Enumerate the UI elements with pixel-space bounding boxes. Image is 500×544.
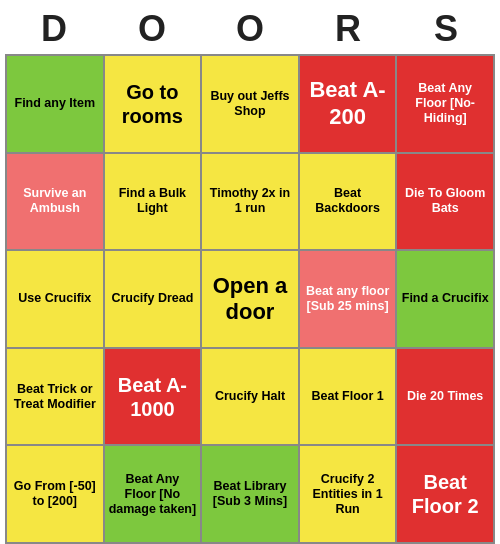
cell-24: Beat Floor 2 xyxy=(397,446,493,542)
cell-16: Beat A-1000 xyxy=(105,349,201,445)
cell-19: Die 20 Times xyxy=(397,349,493,445)
cell-13: Beat any floor [Sub 25 mins] xyxy=(300,251,396,347)
cell-text-20: Go From [-50] to [200] xyxy=(11,479,99,509)
cell-text-4: Beat Any Floor [No-Hiding] xyxy=(401,81,489,126)
cell-4: Beat Any Floor [No-Hiding] xyxy=(397,56,493,152)
cell-text-8: Beat Backdoors xyxy=(304,186,392,216)
cell-17: Crucify Halt xyxy=(202,349,298,445)
cell-2: Buy out Jeffs Shop xyxy=(202,56,298,152)
cell-14: Find a Crucifix xyxy=(397,251,493,347)
cell-1: Go to rooms xyxy=(105,56,201,152)
cell-text-14: Find a Crucifix xyxy=(402,291,489,306)
cell-23: Crucify 2 Entities in 1 Run xyxy=(300,446,396,542)
cell-10: Use Crucifix xyxy=(7,251,103,347)
cell-text-1: Go to rooms xyxy=(109,80,197,128)
cell-text-9: Die To Gloom Bats xyxy=(401,186,489,216)
cell-7: Timothy 2x in 1 run xyxy=(202,154,298,250)
letter-s: S xyxy=(401,8,491,50)
letter-r: R xyxy=(303,8,393,50)
cell-18: Beat Floor 1 xyxy=(300,349,396,445)
cell-0: Find any Item xyxy=(7,56,103,152)
cell-20: Go From [-50] to [200] xyxy=(7,446,103,542)
cell-text-3: Beat A-200 xyxy=(304,77,392,130)
cell-text-12: Open a door xyxy=(206,273,294,326)
cell-15: Beat Trick or Treat Modifier xyxy=(7,349,103,445)
cell-text-24: Beat Floor 2 xyxy=(401,470,489,518)
letter-d: D xyxy=(9,8,99,50)
letter-o1: O xyxy=(107,8,197,50)
letter-o2: O xyxy=(205,8,295,50)
cell-text-2: Buy out Jeffs Shop xyxy=(206,89,294,119)
cell-text-13: Beat any floor [Sub 25 mins] xyxy=(304,284,392,314)
cell-text-22: Beat Library [Sub 3 Mins] xyxy=(206,479,294,509)
title-row: D O O R S xyxy=(5,0,495,54)
cell-text-0: Find any Item xyxy=(15,96,96,111)
cell-text-15: Beat Trick or Treat Modifier xyxy=(11,382,99,412)
cell-11: Crucify Dread xyxy=(105,251,201,347)
cell-text-21: Beat Any Floor [No damage taken] xyxy=(109,472,197,517)
cell-6: Find a Bulk Light xyxy=(105,154,201,250)
cell-text-19: Die 20 Times xyxy=(407,389,483,404)
cell-text-6: Find a Bulk Light xyxy=(109,186,197,216)
cell-22: Beat Library [Sub 3 Mins] xyxy=(202,446,298,542)
cell-text-17: Crucify Halt xyxy=(215,389,285,404)
cell-text-23: Crucify 2 Entities in 1 Run xyxy=(304,472,392,517)
cell-21: Beat Any Floor [No damage taken] xyxy=(105,446,201,542)
cell-text-16: Beat A-1000 xyxy=(109,373,197,421)
bingo-grid: Find any ItemGo to roomsBuy out Jeffs Sh… xyxy=(5,54,495,544)
cell-text-5: Survive an Ambush xyxy=(11,186,99,216)
cell-text-10: Use Crucifix xyxy=(18,291,91,306)
cell-text-7: Timothy 2x in 1 run xyxy=(206,186,294,216)
cell-9: Die To Gloom Bats xyxy=(397,154,493,250)
cell-8: Beat Backdoors xyxy=(300,154,396,250)
cell-3: Beat A-200 xyxy=(300,56,396,152)
cell-text-18: Beat Floor 1 xyxy=(311,389,383,404)
cell-12: Open a door xyxy=(202,251,298,347)
cell-text-11: Crucify Dread xyxy=(111,291,193,306)
cell-5: Survive an Ambush xyxy=(7,154,103,250)
